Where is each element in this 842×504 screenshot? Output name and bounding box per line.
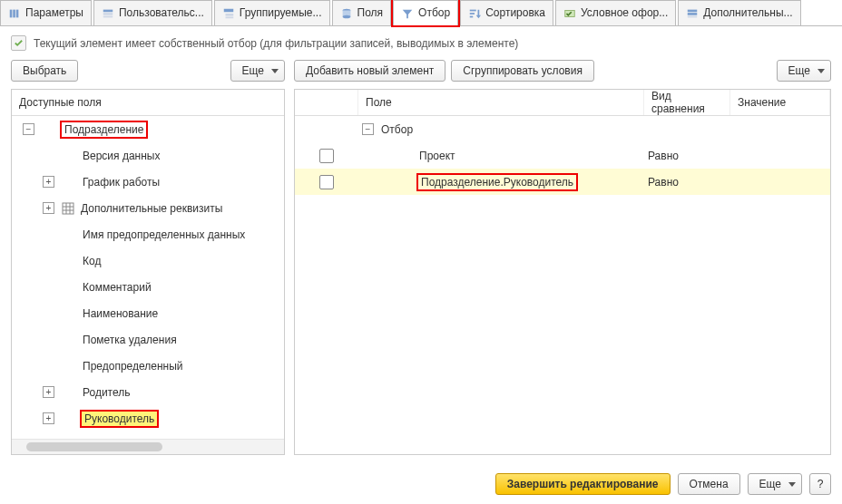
tree-root[interactable]: − Подразделение (12, 116, 284, 142)
info-checkbox[interactable] (11, 35, 26, 51)
filter-conditions-panel: Поле Вид сравнения Значение − Отбор Прое… (294, 89, 831, 455)
expand-icon[interactable]: + (43, 202, 54, 214)
filter-field-label: Проект (416, 149, 458, 163)
right-more-button[interactable]: Еще (777, 60, 831, 82)
svg-rect-7 (225, 14, 233, 16)
tree-item[interactable]: +График работы (12, 169, 284, 195)
tree-item[interactable]: Комментарий (12, 274, 284, 300)
left-header: Доступные поля (12, 96, 109, 109)
finish-editing-button[interactable]: Завершить редактирование (495, 473, 671, 495)
tree-item[interactable]: +Родитель (12, 379, 284, 405)
tree-root-label: Подразделение (60, 121, 148, 139)
col-comparison: Вид сравнения (644, 90, 730, 115)
tab-conditional[interactable]: Условное офор... (555, 0, 676, 25)
row-checkbox[interactable] (319, 149, 334, 163)
filter-field-label: Подразделение.Руководитель (416, 173, 578, 191)
check-icon (14, 38, 24, 48)
tree-item[interactable]: +Руководитель (12, 405, 284, 431)
tree-item[interactable]: Имя предопределенных данных (12, 221, 284, 247)
tree-item-label: Родитель (80, 385, 132, 400)
expand-icon[interactable]: + (43, 412, 54, 424)
cond-icon (563, 7, 576, 20)
info-text: Текущий элемент имеет собственный отбор … (34, 37, 518, 50)
svg-rect-1 (13, 9, 15, 17)
add-element-button[interactable]: Добавить новый элемент (294, 60, 445, 82)
tree-item-label: Наименование (80, 306, 161, 321)
tree-item[interactable]: Пометка удаления (12, 326, 284, 353)
tree-item-label: Дополнительные реквизиты (78, 201, 225, 216)
tab-fields[interactable]: Поля (332, 0, 392, 25)
filter-row[interactable]: Подразделение.РуководительРавно (295, 169, 830, 195)
tab-label: Параметры (25, 6, 83, 20)
filter-comparison: Равно (648, 176, 679, 189)
extra-icon (686, 7, 699, 20)
field-icon (400, 179, 411, 185)
collapse-icon[interactable]: − (23, 123, 34, 135)
chevron-down-icon (818, 69, 825, 73)
row-checkbox[interactable] (319, 175, 334, 189)
right-body[interactable]: − Отбор ПроектРавноПодразделение.Руковод… (295, 116, 830, 454)
svg-rect-19 (688, 13, 698, 15)
collapse-icon[interactable]: − (362, 123, 374, 135)
field-icon (64, 153, 74, 159)
table-icon (62, 202, 74, 215)
filter-icon (401, 7, 414, 20)
field-icon (64, 416, 74, 422)
tab-label: Условное офор... (581, 6, 668, 20)
tree-item[interactable]: Версия данных (12, 142, 284, 169)
col-value: Значение (730, 90, 830, 115)
expand-icon[interactable]: + (43, 386, 54, 398)
col-field: Поле (358, 90, 644, 115)
right-header-row: Поле Вид сравнения Значение (295, 90, 830, 116)
chevron-down-icon (788, 482, 796, 487)
field-icon (400, 153, 411, 159)
svg-rect-0 (10, 9, 13, 17)
tab-label: Дополнительны... (703, 6, 792, 20)
left-hscrollbar[interactable] (12, 439, 284, 454)
tabs-bar: Параметры Пользовательс... Группируемые.… (0, 0, 842, 26)
sort-icon (468, 7, 481, 20)
svg-rect-14 (470, 13, 475, 15)
help-button[interactable]: ? (809, 473, 831, 495)
fields-icon (340, 7, 353, 20)
svg-rect-20 (688, 15, 698, 17)
chevron-down-icon (271, 69, 279, 73)
svg-rect-8 (225, 16, 233, 18)
tab-parameters[interactable]: Параметры (0, 0, 92, 25)
field-icon (64, 285, 74, 290)
left-tree[interactable]: − Подразделение Версия данных+График раб… (12, 116, 284, 439)
group-conditions-button[interactable]: Сгруппировать условия (451, 60, 594, 82)
tab-filter[interactable]: Отбор (393, 0, 458, 25)
tab-label: Поля (357, 6, 384, 20)
choose-button[interactable]: Выбрать (11, 60, 78, 82)
tree-item[interactable]: +Дополнительные реквизиты (12, 195, 284, 221)
tab-sort[interactable]: Сортировка (460, 0, 553, 25)
svg-point-11 (342, 15, 350, 18)
group-icon (222, 7, 235, 20)
tree-item-label: График работы (80, 175, 162, 189)
tree-item-label: Предопределенный (80, 359, 186, 373)
footer-more-button[interactable]: Еще (748, 473, 802, 495)
footer: Завершить редактирование Отмена Еще ? (0, 464, 842, 504)
scrollbar-thumb[interactable] (26, 442, 162, 451)
field-icon (64, 337, 74, 343)
cancel-button[interactable]: Отмена (678, 473, 740, 495)
tree-item[interactable]: Предопределенный (12, 353, 284, 379)
tree-item-label: Код (80, 254, 103, 268)
tab-groupfields[interactable]: Группируемые... (214, 0, 330, 25)
filter-root-row[interactable]: − Отбор (295, 116, 830, 142)
field-icon (64, 390, 74, 395)
tree-item[interactable]: Код (12, 247, 284, 274)
left-toolbar: Выбрать Еще (11, 60, 285, 82)
available-fields-panel: Доступные поля − Подразделение Версия да… (11, 89, 285, 455)
left-more-button[interactable]: Еще (230, 60, 285, 82)
svg-rect-5 (103, 15, 113, 17)
expand-icon[interactable]: + (43, 176, 54, 188)
tab-userfields[interactable]: Пользовательс... (93, 0, 212, 25)
filter-row[interactable]: ПроектРавно (295, 142, 830, 169)
svg-rect-21 (63, 203, 73, 214)
field-icon (64, 363, 74, 369)
tree-item[interactable]: Наименование (12, 300, 284, 326)
tab-label: Отбор (418, 6, 450, 20)
tab-extra[interactable]: Дополнительны... (678, 0, 800, 25)
